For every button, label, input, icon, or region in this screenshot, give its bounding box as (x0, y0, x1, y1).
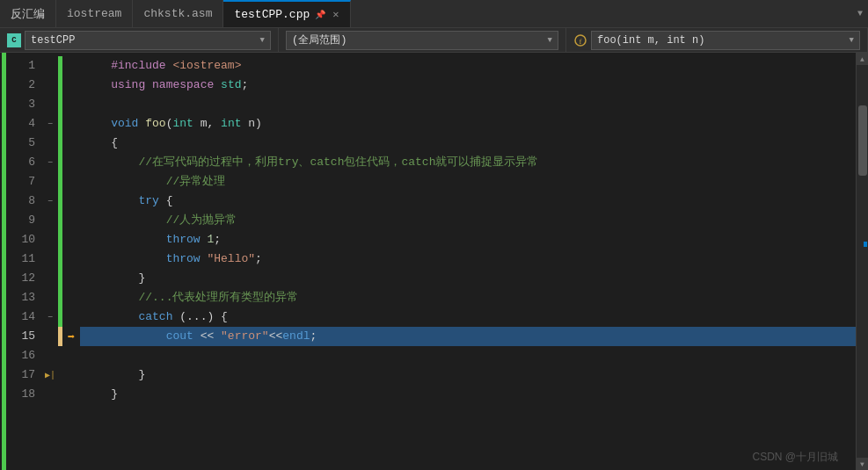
line-num-7: 7 (7, 172, 42, 192)
main-window: 反汇编 iostream chkstk.asm testCPP.cpp 📌 ✕ … (0, 0, 868, 470)
line-num-13: 13 (7, 288, 42, 307)
file-selector-chevron: ▼ (260, 36, 265, 45)
file-selector[interactable]: testCPP ▼ (25, 31, 271, 50)
code-line-2: using namespace std; (80, 76, 856, 95)
code-lines[interactable]: #include <iostream> using namespace std;… (80, 53, 856, 470)
fold-8[interactable]: − (42, 192, 58, 211)
fold-16 (42, 346, 58, 365)
line-num-8: 8 (7, 192, 42, 211)
fold-18 (42, 385, 58, 404)
line-num-3: 3 (7, 95, 42, 114)
arrow-7 (62, 172, 80, 192)
line-num-1: 1 (7, 56, 42, 76)
code-line-3 (80, 95, 856, 114)
line-num-15: 15 (7, 327, 42, 346)
scope-selector-section: (全局范围) ▼ (279, 28, 566, 52)
tab-testcpp[interactable]: testCPP.cpp 📌 ✕ (223, 0, 350, 27)
file-type-icon: C (7, 33, 21, 47)
function-selector-chevron: ▼ (850, 36, 854, 45)
tab-decompile-label: 反汇编 (11, 6, 45, 22)
pin-icon: 📌 (315, 10, 325, 20)
file-selector-section: C testCPP ▼ (0, 28, 279, 52)
scroll-track[interactable] (858, 67, 867, 456)
fold-1 (42, 56, 58, 76)
fold-5 (42, 134, 58, 153)
svg-text:f: f (580, 37, 582, 46)
arrow-4 (62, 114, 80, 134)
code-line-9: //人为抛异常 (80, 211, 856, 230)
code-line-7: //异常处理 (80, 172, 856, 192)
scroll-up-button[interactable]: ▲ (857, 53, 869, 65)
arrow-8 (62, 192, 80, 211)
fold-6[interactable]: − (42, 153, 58, 172)
code-line-4: void foo(int m, int n) (80, 114, 856, 134)
line-num-16: 16 (7, 346, 42, 365)
line-num-10: 10 (7, 230, 42, 249)
arrow-15: ➡ (62, 327, 80, 346)
tab-testcpp-label: testCPP.cpp (234, 8, 310, 21)
fold-9 (42, 211, 58, 230)
scroll-thumb[interactable] (858, 105, 867, 176)
arrow-9 (62, 211, 80, 230)
line-num-12: 12 (7, 269, 42, 288)
arrow-column: ➡ (62, 53, 80, 470)
code-line-6: //在写代码的过程中，利用try、catch包住代码，catch就可以捕捉显示异… (80, 153, 856, 172)
fold-17[interactable]: ▶| (42, 365, 58, 385)
tab-iostream[interactable]: iostream (56, 0, 133, 27)
fold-13 (42, 288, 58, 307)
margin-green-bar (2, 53, 6, 470)
arrow-17 (62, 365, 80, 385)
code-line-14: catch (...) { (80, 307, 856, 327)
arrow-13 (62, 288, 80, 307)
fold-11 (42, 249, 58, 269)
tab-close-button[interactable]: ✕ (332, 8, 339, 21)
tab-overflow-button[interactable]: ▼ (852, 0, 868, 27)
scroll-position-marker (864, 242, 867, 247)
tab-chkstk-label: chkstk.asm (143, 7, 212, 20)
line-num-5: 5 (7, 134, 42, 153)
code-line-11: throw "Hello"; (80, 249, 856, 269)
fold-14[interactable]: − (42, 307, 58, 327)
code-editor[interactable]: 1 2 3 4 5 6 7 8 9 10 11 12 13 14 15 16 1… (0, 53, 856, 470)
code-line-5: { (80, 134, 856, 153)
toolbar-row: C testCPP ▼ (全局范围) ▼ f foo(int m, int n)… (0, 28, 868, 53)
line-num-9: 9 (7, 211, 42, 230)
arrow-10 (62, 230, 80, 249)
code-line-17: } (80, 365, 856, 385)
tab-chkstk[interactable]: chkstk.asm (133, 0, 223, 27)
tab-spacer (351, 0, 852, 27)
fold-3 (42, 95, 58, 114)
code-line-16 (80, 346, 856, 365)
tab-bar: 反汇编 iostream chkstk.asm testCPP.cpp 📌 ✕ … (0, 0, 868, 28)
file-selector-label: testCPP (31, 34, 75, 47)
fold-7 (42, 172, 58, 192)
line-num-11: 11 (7, 249, 42, 269)
arrow-14 (62, 307, 80, 327)
code-line-8: try { (80, 192, 856, 211)
code-line-1: #include <iostream> (80, 56, 856, 76)
arrow-5 (62, 134, 80, 153)
function-selector-section: f foo(int m, int n) ▼ (566, 28, 868, 52)
left-margin (0, 53, 7, 470)
function-selector[interactable]: foo(int m, int n) ▼ (591, 31, 860, 50)
arrow-16 (62, 346, 80, 365)
tab-decompile[interactable]: 反汇编 (0, 0, 56, 27)
vertical-scrollbar[interactable]: ▲ ▼ (856, 53, 868, 470)
line-num-6: 6 (7, 153, 42, 172)
function-selector-label: foo(int m, int n) (597, 34, 704, 47)
fold-2 (42, 76, 58, 95)
line-numbers: 1 2 3 4 5 6 7 8 9 10 11 12 13 14 15 16 1… (7, 53, 42, 470)
function-icon: f (573, 33, 587, 47)
fold-4[interactable]: − (42, 114, 58, 134)
code-line-13: //...代表处理所有类型的异常 (80, 288, 856, 307)
scope-selector-chevron: ▼ (548, 36, 552, 45)
code-line-12: } (80, 269, 856, 288)
line-num-14: 14 (7, 307, 42, 327)
scroll-down-button[interactable]: ▼ (857, 458, 869, 470)
tab-iostream-label: iostream (67, 7, 121, 20)
line-num-18: 18 (7, 385, 42, 404)
fold-12 (42, 269, 58, 288)
scope-selector[interactable]: (全局范围) ▼ (286, 31, 558, 50)
fold-column: − − − − ▶| (42, 53, 58, 470)
current-line-arrow: ➡ (68, 329, 75, 344)
